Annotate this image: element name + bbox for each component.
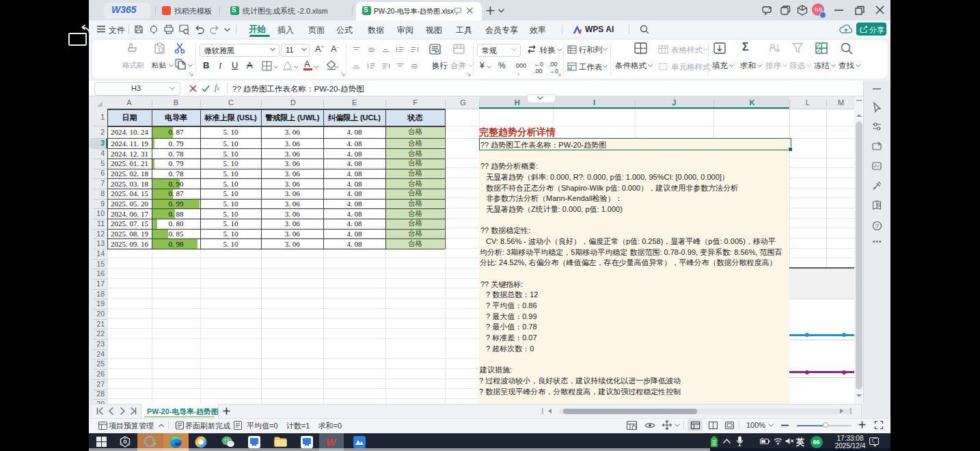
svg-text:?: ? [875,223,879,230]
